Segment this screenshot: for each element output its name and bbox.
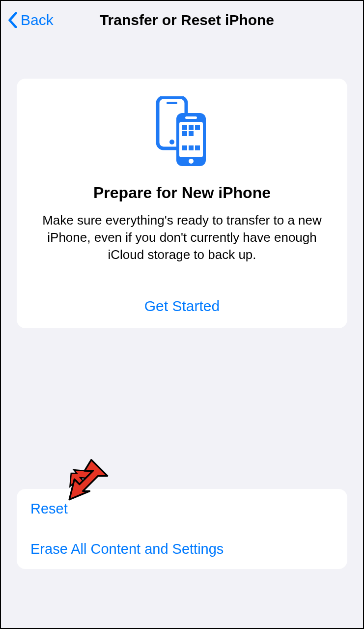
- svg-rect-14: [195, 145, 200, 150]
- get-started-button[interactable]: Get Started: [144, 298, 220, 314]
- svg-rect-6: [185, 116, 197, 119]
- svg-marker-16: [68, 463, 108, 493]
- svg-rect-7: [182, 125, 187, 130]
- chevron-left-icon: [8, 12, 18, 28]
- navigation-header: Back Transfer or Reset iPhone: [1, 1, 363, 39]
- svg-rect-10: [182, 131, 187, 136]
- prepare-description: Make sure everything's ready to transfer…: [30, 212, 334, 263]
- svg-rect-13: [189, 145, 194, 150]
- prepare-title: Prepare for New iPhone: [30, 184, 334, 202]
- svg-rect-1: [167, 102, 177, 104]
- reset-option[interactable]: Reset: [17, 489, 347, 529]
- svg-rect-9: [195, 125, 200, 130]
- erase-all-option[interactable]: Erase All Content and Settings: [17, 529, 347, 569]
- page-title: Transfer or Reset iPhone: [18, 12, 356, 29]
- svg-rect-12: [182, 145, 187, 150]
- options-list: Reset Erase All Content and Settings: [17, 489, 347, 569]
- svg-point-2: [169, 140, 174, 144]
- svg-rect-8: [189, 125, 194, 130]
- back-button[interactable]: Back: [8, 12, 54, 29]
- svg-point-5: [189, 159, 194, 164]
- two-iphones-icon: [30, 96, 334, 170]
- svg-rect-11: [189, 131, 194, 136]
- back-label: Back: [21, 12, 54, 29]
- svg-marker-15: [67, 461, 96, 492]
- prepare-card: Prepare for New iPhone Make sure everyth…: [17, 79, 347, 328]
